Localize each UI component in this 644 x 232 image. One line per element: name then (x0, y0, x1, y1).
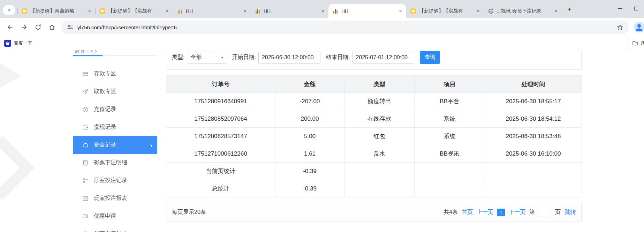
tab-close-icon[interactable]: ✕ (475, 8, 481, 14)
sidebar-item-withdraw-zone[interactable]: 取款专区 (73, 83, 157, 100)
tab-close-icon[interactable]: ✕ (164, 8, 170, 14)
chat-icon (410, 8, 416, 14)
tab-close-icon[interactable]: ✕ (397, 8, 403, 14)
sidebar-item-label: 玩家投注报表 (94, 195, 127, 202)
chevron-down-icon: ▾ (221, 55, 223, 59)
empty-cell (344, 180, 415, 197)
type-cell: 红包 (344, 128, 415, 145)
bookmark-item[interactable]: 百度一下 (4, 40, 32, 47)
sidebar-item-label: 优惠申请记录 (94, 230, 127, 232)
end-date-input[interactable] (352, 52, 414, 63)
filter-panel: 类型: 全部 ▾ 开始日期: 结束日期: 查询 (166, 50, 582, 70)
site-settings-icon[interactable] (67, 24, 73, 30)
new-tab-button[interactable]: + (565, 5, 574, 14)
tab-search-button[interactable]: ▾ (3, 5, 15, 15)
sidebar-item-label: 提现记录 (94, 124, 116, 131)
forward-icon (21, 24, 28, 31)
time-cell: 2025-06-30 16:10:00 (485, 145, 582, 163)
back-button[interactable] (4, 21, 16, 33)
all-bookmarks-label: 所有书签 (641, 40, 644, 46)
jump-link[interactable]: 跳转 (565, 209, 576, 216)
browser-tab-active[interactable]: HH ✕ (328, 4, 406, 18)
paper-plane-icon (82, 89, 89, 95)
bookmarks-bar: 百度一下 所有书签 (0, 36, 644, 50)
tab-close-icon[interactable]: ✕ (553, 8, 559, 14)
tab-strip: ▾ 【新提醒】海燕策略 ✕ 【新提醒】【实战有 ✕ HH ✕ HH ✕ HH ✕ (0, 0, 644, 18)
sidebar: 财务中心 存款专区 取款专区 充值记录 提现记录 (73, 50, 157, 232)
browser-tab[interactable]: 【新提醒】海燕策略 ✕ (17, 4, 95, 18)
empty-cell (415, 163, 485, 180)
tab-close-icon[interactable]: ✕ (86, 8, 92, 14)
table-header-row: 订单号 金额 类型 项目 处理时间 (166, 76, 582, 93)
sidebar-item-funds-records[interactable]: 资金记录 › (73, 136, 157, 154)
address-bar[interactable]: yl756.com/hhcp/usercenter.html?iniType=6 (61, 21, 629, 34)
current-page-indicator[interactable]: 1 (497, 209, 505, 216)
empty-cell (344, 163, 415, 180)
reload-icon (35, 24, 41, 31)
amount-cell: 1.61 (275, 145, 344, 163)
column-header: 处理时间 (485, 76, 582, 93)
home-button[interactable] (46, 21, 58, 33)
sidebar-item-promo-application[interactable]: 优惠申请 (73, 207, 157, 225)
sidebar-header-title: 财务中心 (74, 50, 97, 55)
table-row: 1751280828573147 5.00 红包 系统 2025-06-30 1… (166, 128, 582, 145)
sidebar-item-lottery-bet-details[interactable]: 彩票下注明细 (73, 154, 157, 172)
sidebar-item-deposit-zone[interactable]: 存款专区 (73, 65, 157, 83)
reload-button[interactable] (32, 21, 44, 33)
type-select[interactable]: 全部 ▾ (187, 52, 226, 63)
pagination-controls: 共4条 首页 上一页 1 下一页 第 页 跳转 (444, 208, 576, 217)
globe-icon (488, 8, 494, 14)
sidebar-item-player-bet-report[interactable]: 玩家投注报表 (73, 189, 157, 207)
report-chart-icon (82, 195, 89, 202)
chart-icon (255, 8, 260, 14)
chevron-right-icon: › (150, 142, 152, 149)
pagination-bar: 每页显示20条 共4条 首页 上一页 1 下一页 第 页 跳转 (166, 203, 582, 222)
bookmark-star-icon[interactable] (617, 24, 623, 31)
money-bag-icon (82, 142, 89, 148)
browser-tab[interactable]: 【新提醒】【实战有 ✕ (95, 4, 173, 18)
tab-title: HH (186, 8, 242, 14)
browser-tab[interactable]: :::视讯 会员下注纪录 ✕ (484, 4, 562, 18)
start-date-label: 开始日期: (232, 54, 256, 61)
sidebar-item-recharge-records[interactable]: 充值记录 (73, 100, 157, 118)
tab-title: 【新提醒】【实战有 (108, 8, 164, 14)
type-select-value: 全部 (190, 54, 202, 61)
column-header: 项目 (415, 76, 485, 93)
browser-tab[interactable]: HH ✕ (173, 4, 251, 18)
chat-icon (99, 8, 105, 14)
amount-cell: 5.00 (275, 128, 344, 145)
prev-page-link[interactable]: 上一页 (477, 209, 493, 216)
forward-button[interactable] (18, 21, 30, 33)
browser-tab[interactable]: 【新提醒】【实战有 ✕ (406, 4, 484, 18)
url-text[interactable]: yl756.com/hhcp/usercenter.html?iniType=6 (77, 24, 617, 30)
page-jump-input[interactable] (539, 208, 551, 217)
browser-tab[interactable]: HH ✕ (251, 4, 328, 18)
start-date-input[interactable] (258, 52, 320, 63)
tab-title: HH (341, 8, 397, 14)
chart-icon (177, 8, 183, 14)
tab-close-icon[interactable]: ✕ (320, 8, 326, 14)
coin-icon (82, 106, 89, 113)
sidebar-item-label: 取款专区 (94, 88, 116, 95)
first-page-link[interactable]: 首页 (462, 209, 473, 216)
table-row: 1751271000612260 1.61 反水 BB视讯 2025-06-30… (166, 145, 582, 163)
summary-label-cell: 当前页统计 (166, 163, 275, 180)
sidebar-item-label: 优惠申请 (94, 212, 116, 220)
minimize-button[interactable] (612, 0, 628, 17)
empty-cell (485, 163, 582, 180)
sidebar-item-promo-application-records[interactable]: 优惠申请记录 (73, 225, 157, 232)
maximize-icon (634, 7, 638, 10)
sidebar-item-withdrawal-records[interactable]: 提现记录 (73, 118, 157, 136)
ticket-icon (82, 213, 89, 219)
next-page-link[interactable]: 下一页 (509, 209, 525, 216)
query-button[interactable]: 查询 (420, 51, 440, 64)
profile-avatar[interactable] (634, 22, 644, 32)
chart-icon (333, 8, 338, 14)
all-bookmarks-button[interactable]: 所有书签 (628, 36, 644, 50)
sidebar-item-hall-bet-records[interactable]: 厅室投注记录 (73, 172, 157, 189)
column-header: 金额 (275, 76, 344, 93)
maximize-button[interactable] (628, 0, 644, 17)
tab-title: HH (264, 8, 320, 14)
tab-close-icon[interactable]: ✕ (242, 8, 248, 14)
empty-cell (485, 180, 582, 197)
